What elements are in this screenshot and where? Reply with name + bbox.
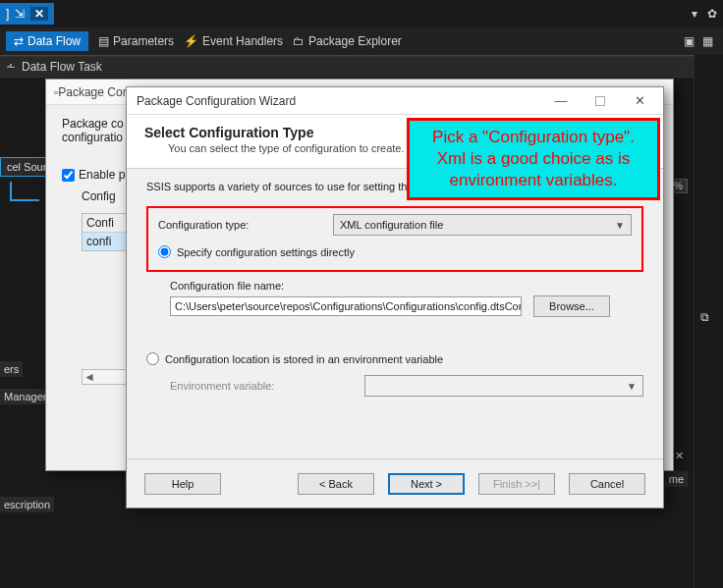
callout-line1: Pick a "Configuration type". — [419, 127, 647, 148]
breadcrumb-task[interactable]: Data Flow Task — [22, 60, 102, 74]
wizard-footer: Help < Back Next > Finish >>| Cancel — [127, 458, 663, 508]
help-button[interactable]: Help — [144, 473, 221, 495]
callout-line3: environment variables. — [419, 170, 647, 191]
cancel-button[interactable]: Cancel — [569, 473, 645, 495]
gear-icon[interactable]: ✿ — [707, 7, 717, 21]
layout-icon[interactable]: ▣ — [684, 34, 695, 48]
grid-icon[interactable]: ▦ — [702, 34, 713, 48]
callout-line2: Xml is a good choice as is — [419, 148, 647, 170]
top-right-icons: ▾ ✿ — [692, 7, 717, 21]
chevron-down-icon: ▼ — [627, 381, 637, 392]
minimize-button[interactable]: — — [541, 88, 581, 114]
right-dock-strip: ⧉ — [694, 55, 723, 588]
event-handlers-tab[interactable]: ⚡ Event Handlers — [184, 34, 283, 48]
dock-glyph-icon[interactable]: ⧉ — [700, 310, 709, 324]
back-button[interactable]: < Back — [298, 473, 374, 495]
file-name-label: Configuration file name: — [170, 280, 643, 292]
dataflow-label: Data Flow — [28, 34, 81, 48]
package-explorer-icon: 🗀 — [293, 34, 305, 48]
branch-icon: ⩪ — [6, 60, 16, 74]
active-tab[interactable]: ] ⇲ ✕ — [0, 3, 54, 25]
radio-env-label: Configuration location is stored in an e… — [165, 353, 443, 365]
dropdown-icon[interactable]: ▾ — [692, 7, 697, 21]
parameters-tab[interactable]: ▤ Parameters — [98, 34, 174, 48]
radio-direct-label: Specify configuration settings directly — [177, 246, 355, 258]
radio-env[interactable] — [146, 352, 159, 365]
wizard-titlebar[interactable]: Package Configuration Wizard — ✕ — [127, 87, 663, 115]
panel-me-label: me — [665, 471, 688, 487]
file-path-value: C:\Users\peter\source\repos\Configuratio… — [175, 300, 522, 312]
maximize-button[interactable] — [581, 88, 620, 114]
radio-direct[interactable] — [158, 245, 171, 258]
dataflow-tab[interactable]: ⇄ Data Flow — [6, 31, 88, 51]
wizard-title-text: Package Configuration Wizard — [137, 94, 296, 108]
event-handlers-icon: ⚡ — [184, 34, 198, 48]
vs-tab-strip: ] ⇲ ✕ ▾ ✿ — [0, 0, 723, 27]
next-button[interactable]: Next > — [388, 473, 465, 495]
enable-checkbox[interactable] — [62, 169, 75, 182]
breadcrumb: ⩪ Data Flow Task ▾ — [0, 56, 723, 78]
browse-button[interactable]: Browse... — [533, 295, 610, 317]
dataflow-icon: ⇄ — [14, 34, 24, 48]
manager-label: Manager — [0, 389, 50, 404]
finish-button: Finish >>| — [478, 473, 555, 495]
config-type-value: XML configuration file — [340, 219, 443, 231]
panel-close-icon[interactable]: ✕ — [675, 450, 684, 462]
package-explorer-label: Package Explorer — [308, 34, 402, 48]
env-var-label: Environment variable: — [170, 380, 357, 392]
config-type-select[interactable]: XML configuration file ▼ — [333, 214, 632, 236]
config-type-label: Configuration type: — [158, 219, 325, 231]
parameters-icon: ▤ — [98, 34, 109, 48]
env-var-select: ▼ — [364, 375, 643, 397]
connection-managers-panel[interactable]: ers — [0, 361, 23, 377]
file-path-input[interactable]: C:\Users\peter\source\repos\Configuratio… — [170, 296, 522, 316]
scroll-left-icon[interactable]: ◄ — [83, 370, 96, 384]
chevron-down-icon: ▼ — [615, 220, 625, 231]
annotation-callout: Pick a "Configuration type". Xml is a go… — [407, 118, 660, 200]
designer-toolbar: ⇄ Data Flow ▤ Parameters ⚡ Event Handler… — [0, 27, 723, 55]
window-close-button[interactable]: ✕ — [620, 88, 659, 114]
pin-icon[interactable]: ⇲ — [15, 7, 25, 21]
annotation-highlight-box: Configuration type: XML configuration fi… — [146, 206, 643, 272]
event-handlers-label: Event Handlers — [202, 34, 283, 48]
close-icon[interactable]: ✕ — [30, 7, 48, 21]
enable-label: Enable p — [79, 168, 125, 182]
description-label: escription — [0, 497, 54, 512]
parameters-label: Parameters — [113, 34, 174, 48]
connector-line — [10, 182, 39, 201]
tab-label: ] — [6, 7, 9, 21]
package-explorer-tab[interactable]: 🗀 Package Explorer — [293, 34, 402, 48]
